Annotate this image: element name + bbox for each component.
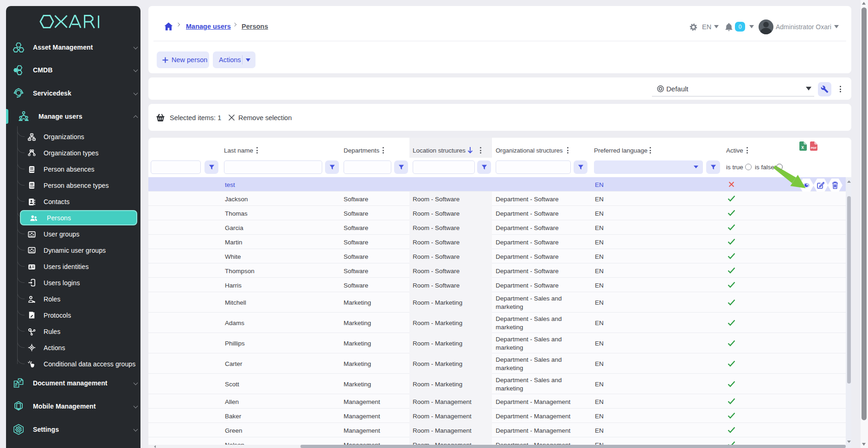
svg-text:PDF: PDF [811,146,817,149]
svg-text:x: x [801,145,804,150]
